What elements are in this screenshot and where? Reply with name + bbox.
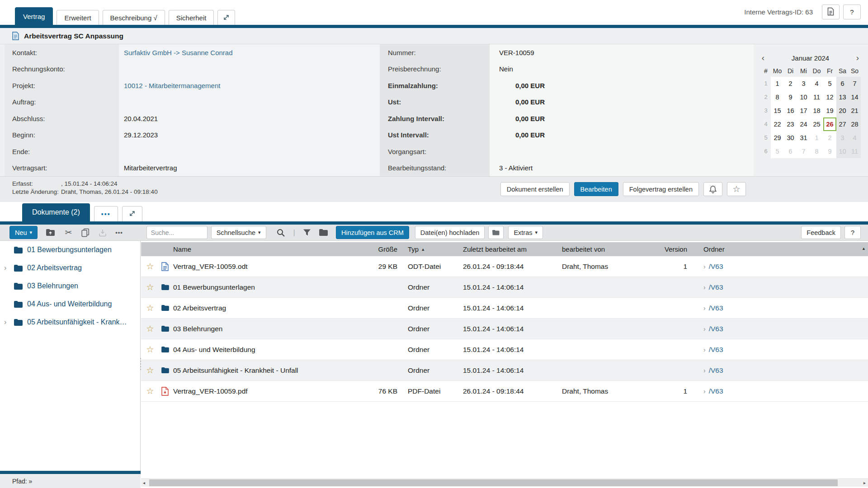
filter-icon[interactable] [302, 229, 312, 236]
calendar-day[interactable]: 25 [810, 117, 823, 131]
tab-dokumente[interactable]: Dokumente (2) [22, 203, 90, 221]
tree-folder-item[interactable]: 03 Belehrungen [0, 277, 140, 295]
calendar-day[interactable]: 28 [849, 117, 861, 131]
calendar-day[interactable]: 26 [823, 117, 836, 131]
extras-button[interactable]: Extras ▾ [508, 226, 543, 239]
table-row[interactable]: ☆02 ArbeitsvertragOrdner15.01.24 - 14:06… [141, 298, 868, 319]
tree-folder-item[interactable]: 04 Aus- und Weiterbildung [0, 295, 140, 313]
table-row[interactable]: ☆01 BewerbungsunterlagenOrdner15.01.24 -… [141, 277, 868, 298]
calendar-day[interactable]: 31 [797, 131, 810, 145]
file-name[interactable]: 02 Arbeitsvertrag [171, 304, 344, 312]
tree-folder-item[interactable]: 01 Bewerbungsunterlagen [0, 241, 140, 259]
folder-link[interactable]: /V63 [709, 366, 723, 375]
column-header-typ[interactable]: Typ ▲ [400, 245, 457, 253]
feedback-button[interactable]: Feedback [801, 226, 841, 239]
cut-icon[interactable]: ✂ [63, 227, 74, 238]
schnellsuche-button[interactable]: Schnellsuche ▾ [211, 226, 266, 239]
table-row[interactable]: ☆Vertrag_VER-10059.odt29 KBODT-Datei26.0… [141, 256, 868, 277]
favorite-star-button[interactable]: ☆ [727, 182, 746, 196]
calendar-day[interactable]: 30 [784, 131, 797, 145]
folder-link[interactable]: /V63 [709, 283, 723, 291]
calendar-day[interactable]: 10 [836, 145, 849, 158]
table-row[interactable]: ☆03 BelehrungenOrdner15.01.24 - 14:06:14… [141, 319, 868, 339]
column-header-bearbeitet-von[interactable]: bearbeitet von [556, 245, 660, 253]
calendar-day[interactable]: 19 [823, 104, 836, 117]
calendar-day[interactable]: 5 [823, 77, 836, 90]
favorite-star-icon[interactable]: ☆ [141, 282, 159, 292]
tab-vertrag[interactable]: Vertrag [15, 7, 53, 25]
calendar-day[interactable]: 7 [797, 145, 810, 158]
move-to-folder-icon[interactable] [45, 229, 56, 236]
calendar-day[interactable]: 14 [849, 90, 861, 104]
column-header-ordner[interactable]: Ordner [687, 245, 868, 253]
calendar-day[interactable]: 8 [810, 145, 823, 158]
create-follow-contract-button[interactable]: Folgevertrag erstellen [623, 182, 699, 196]
open-folder-button[interactable] [488, 226, 504, 239]
calendar-day[interactable]: 29 [771, 131, 784, 145]
horizontal-scrollbar[interactable]: ◂ ▸ [141, 479, 868, 487]
folder-link[interactable]: /V63 [709, 263, 723, 271]
calendar-day[interactable]: 27 [836, 117, 849, 131]
calendar-day[interactable]: 20 [836, 104, 849, 117]
folder-icon[interactable] [318, 229, 329, 236]
search-icon[interactable] [275, 228, 286, 237]
upload-file-button[interactable]: Datei(en) hochladen [415, 226, 485, 239]
file-name[interactable]: 03 Belehrungen [171, 325, 344, 333]
folder-link[interactable]: /V63 [709, 325, 723, 333]
favorite-star-icon[interactable]: ☆ [141, 324, 159, 334]
calendar-day[interactable]: 6 [784, 145, 797, 158]
calendar-day[interactable]: 3 [797, 77, 810, 90]
create-document-button[interactable]: Dokument erstellen [500, 182, 570, 196]
calendar-day[interactable]: 2 [823, 131, 836, 145]
file-name[interactable]: Vertrag_VER-10059.odt [171, 263, 344, 271]
favorite-star-icon[interactable]: ☆ [141, 303, 159, 313]
calendar-day[interactable]: 12 [823, 90, 836, 104]
file-name[interactable]: 04 Aus- und Weiterbildung [171, 346, 344, 354]
calendar-day[interactable]: 9 [784, 90, 797, 104]
expand-tab-button[interactable] [217, 10, 235, 25]
file-name[interactable]: 01 Bewerbungsunterlagen [171, 283, 344, 291]
calendar-day[interactable]: 15 [771, 104, 784, 117]
tree-folder-item[interactable]: ›05 Arbeitsunfähigkeit - Krank… [0, 313, 140, 331]
table-row[interactable]: ☆Vertrag_VER-10059.pdf76 KBPDF-Datei26.0… [141, 381, 868, 402]
calendar-next-icon[interactable]: › [853, 53, 863, 63]
calendar-day[interactable]: 23 [784, 117, 797, 131]
file-name[interactable]: Vertrag_VER-10059.pdf [171, 387, 344, 395]
column-header-zuletzt-bearbeitet[interactable]: Zuletzt bearbeitet am [457, 245, 556, 253]
edit-button[interactable]: Bearbeiten [574, 182, 618, 196]
more-actions-icon[interactable]: ••• [115, 229, 123, 236]
notification-bell-button[interactable] [703, 182, 722, 196]
help-button[interactable]: ? [843, 5, 861, 19]
column-header-groesse[interactable]: Größe [344, 245, 400, 253]
field-value[interactable]: 10012 - Mitarbeitermanagement [119, 77, 380, 94]
scroll-right-icon[interactable]: ▸ [863, 479, 866, 487]
folder-link[interactable]: /V63 [709, 346, 723, 354]
folder-link[interactable]: /V63 [709, 387, 723, 395]
table-row[interactable]: ☆05 Arbeitsunfähigkeit - Krankheit - Unf… [141, 360, 868, 381]
tab-beschreibung[interactable]: Beschreibung √ [103, 10, 165, 25]
favorite-star-icon[interactable]: ☆ [141, 344, 159, 355]
scroll-left-icon[interactable]: ◂ [143, 479, 145, 487]
column-header-name[interactable]: Name [171, 245, 344, 253]
calendar-prev-icon[interactable]: ‹ [758, 53, 768, 63]
favorite-star-icon[interactable]: ☆ [141, 365, 159, 375]
calendar-day[interactable]: 4 [849, 131, 861, 145]
tree-folder-item[interactable]: ›02 Arbeitsvertrag [0, 259, 140, 277]
add-from-crm-button[interactable]: Hinzufügen aus CRM [336, 226, 409, 239]
calendar-day[interactable]: 4 [810, 77, 823, 90]
table-row[interactable]: ☆04 Aus- und WeiterbildungOrdner15.01.24… [141, 339, 868, 360]
scrollbar-thumb[interactable] [149, 479, 838, 486]
calendar-day[interactable]: 1 [810, 131, 823, 145]
tab-sicherheit[interactable]: Sicherheit [169, 10, 214, 25]
calendar-day[interactable]: 10 [797, 90, 810, 104]
calendar-day[interactable]: 22 [771, 117, 784, 131]
calendar-day[interactable]: 17 [797, 104, 810, 117]
calendar-day[interactable]: 24 [797, 117, 810, 131]
copy-icon[interactable] [80, 228, 91, 237]
calendar-day[interactable]: 9 [823, 145, 836, 158]
calendar-day[interactable]: 11 [849, 145, 861, 158]
toolbar-help-button[interactable]: ? [844, 226, 861, 239]
calendar-day[interactable]: 13 [836, 90, 849, 104]
calendar-day[interactable]: 7 [849, 77, 861, 90]
chevron-right-icon[interactable]: › [4, 264, 6, 272]
